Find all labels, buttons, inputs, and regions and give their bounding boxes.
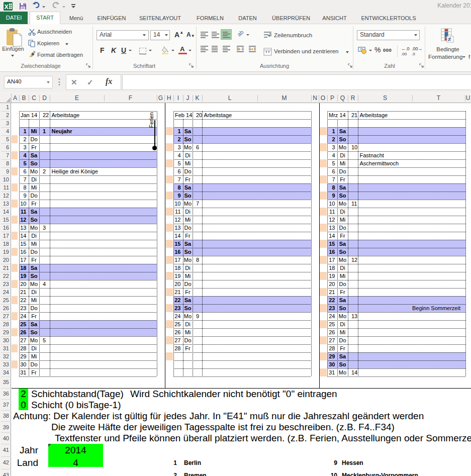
svg-text:≠: ≠ <box>448 36 451 43</box>
svg-text:X: X <box>5 4 9 11</box>
